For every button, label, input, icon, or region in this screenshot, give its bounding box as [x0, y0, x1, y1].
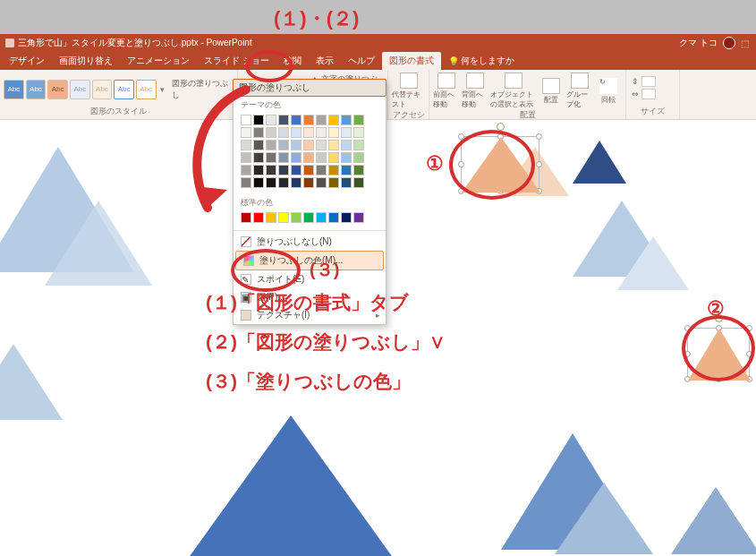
- color-swatch[interactable]: [303, 165, 314, 175]
- color-swatch[interactable]: [328, 140, 339, 150]
- color-swatch[interactable]: [341, 152, 352, 163]
- color-swatch[interactable]: [316, 140, 327, 150]
- color-swatch[interactable]: [291, 177, 302, 188]
- color-swatch[interactable]: [316, 152, 327, 163]
- tab-transitions[interactable]: 画面切り替え: [52, 52, 120, 70]
- color-swatch[interactable]: [341, 115, 352, 125]
- shape-style-5[interactable]: Abc: [92, 80, 113, 99]
- selected-shape-triangle[interactable]: [462, 137, 540, 192]
- rotate-handle[interactable]: [497, 123, 505, 131]
- color-swatch[interactable]: [291, 140, 302, 150]
- color-swatch[interactable]: [278, 177, 289, 188]
- color-swatch[interactable]: [328, 177, 339, 188]
- color-swatch[interactable]: [291, 152, 302, 163]
- tell-me[interactable]: 何をしますか: [459, 52, 522, 70]
- color-swatch[interactable]: [316, 115, 327, 125]
- color-swatch[interactable]: [341, 140, 352, 150]
- shape-style-4[interactable]: Abc: [70, 80, 90, 99]
- color-swatch[interactable]: [241, 127, 251, 138]
- color-swatch[interactable]: [303, 127, 314, 138]
- color-swatch[interactable]: [328, 152, 339, 163]
- color-swatch[interactable]: [316, 212, 327, 223]
- color-swatch[interactable]: [278, 127, 289, 138]
- color-swatch[interactable]: [328, 127, 339, 138]
- color-swatch[interactable]: [353, 115, 364, 125]
- color-swatch[interactable]: [341, 165, 352, 175]
- shape-selection-1[interactable]: [461, 136, 539, 192]
- color-swatch[interactable]: [266, 152, 276, 163]
- tab-design[interactable]: デザイン: [2, 52, 52, 70]
- width-field[interactable]: ⇔: [630, 89, 658, 99]
- color-swatch[interactable]: [253, 212, 264, 223]
- color-swatch[interactable]: [241, 140, 251, 150]
- shape-selection-2[interactable]: [687, 328, 750, 380]
- align-button[interactable]: 配置: [538, 78, 565, 105]
- shape-style-6[interactable]: Abc: [114, 80, 134, 99]
- color-swatch[interactable]: [341, 212, 352, 223]
- alt-text-button[interactable]: 代替テキスト: [392, 73, 425, 109]
- shape-style-3[interactable]: Abc: [47, 80, 68, 99]
- shape-style-7[interactable]: Abc: [136, 80, 157, 99]
- color-swatch[interactable]: [353, 177, 364, 188]
- color-swatch[interactable]: [266, 177, 276, 188]
- tab-view[interactable]: 表示: [309, 52, 341, 70]
- color-swatch[interactable]: [328, 165, 339, 175]
- color-swatch[interactable]: [266, 127, 276, 138]
- color-swatch[interactable]: [241, 165, 251, 175]
- color-swatch[interactable]: [253, 140, 264, 150]
- color-swatch[interactable]: [241, 212, 251, 223]
- color-swatch[interactable]: [253, 152, 264, 163]
- color-swatch[interactable]: [241, 152, 251, 163]
- tab-shape-format[interactable]: 図形の書式: [382, 52, 441, 70]
- color-swatch[interactable]: [303, 115, 314, 125]
- color-swatch[interactable]: [266, 140, 276, 150]
- color-swatch[interactable]: [353, 127, 364, 138]
- color-swatch[interactable]: [253, 127, 264, 138]
- color-swatch[interactable]: [291, 212, 302, 223]
- selection-pane-button[interactable]: オブジェクトの選択と表示: [490, 73, 536, 109]
- color-swatch[interactable]: [341, 127, 352, 138]
- color-swatch[interactable]: [253, 165, 264, 175]
- color-swatch[interactable]: [278, 152, 289, 163]
- shape-style-2[interactable]: Abc: [26, 80, 47, 99]
- tab-slideshow[interactable]: スライド ショー: [197, 52, 276, 70]
- rotate-button[interactable]: ↻回転: [595, 78, 622, 105]
- color-swatch[interactable]: [278, 212, 289, 223]
- no-fill-item[interactable]: 塗りつぶしなし(N): [234, 233, 386, 251]
- color-swatch[interactable]: [303, 140, 314, 150]
- color-swatch[interactable]: [266, 165, 276, 175]
- color-swatch[interactable]: [353, 165, 364, 175]
- color-swatch[interactable]: [291, 115, 302, 125]
- color-swatch[interactable]: [328, 212, 339, 223]
- group-button[interactable]: グループ化: [566, 73, 593, 109]
- color-swatch[interactable]: [241, 115, 251, 125]
- color-swatch[interactable]: [278, 165, 289, 175]
- color-swatch[interactable]: [341, 177, 352, 188]
- tab-review[interactable]: 校閲: [276, 52, 309, 70]
- ribbon-options-icon[interactable]: ⬚: [741, 38, 749, 48]
- color-swatch[interactable]: [316, 127, 327, 138]
- avatar[interactable]: [723, 37, 735, 49]
- color-swatch[interactable]: [291, 127, 302, 138]
- color-swatch[interactable]: [303, 212, 314, 223]
- selected-shape-triangle[interactable]: [688, 329, 751, 381]
- tab-help[interactable]: ヘルプ: [341, 52, 382, 70]
- color-swatch[interactable]: [353, 212, 364, 223]
- color-swatch[interactable]: [278, 140, 289, 150]
- color-swatch[interactable]: [316, 177, 327, 188]
- color-swatch[interactable]: [253, 115, 264, 125]
- style-gallery-more-icon[interactable]: ▾: [158, 85, 166, 94]
- color-swatch[interactable]: [241, 177, 251, 188]
- color-swatch[interactable]: [253, 177, 264, 188]
- color-swatch[interactable]: [303, 177, 314, 188]
- bring-forward-button[interactable]: 前面へ移動: [433, 73, 460, 109]
- color-swatch[interactable]: [266, 212, 276, 223]
- shape-style-1[interactable]: Abc: [4, 80, 24, 99]
- color-swatch[interactable]: [328, 115, 339, 125]
- color-swatch[interactable]: [303, 152, 314, 163]
- color-swatch[interactable]: [278, 115, 289, 125]
- color-swatch[interactable]: [353, 152, 364, 163]
- color-swatch[interactable]: [291, 165, 302, 175]
- color-swatch[interactable]: [316, 165, 327, 175]
- color-swatch[interactable]: [353, 140, 364, 150]
